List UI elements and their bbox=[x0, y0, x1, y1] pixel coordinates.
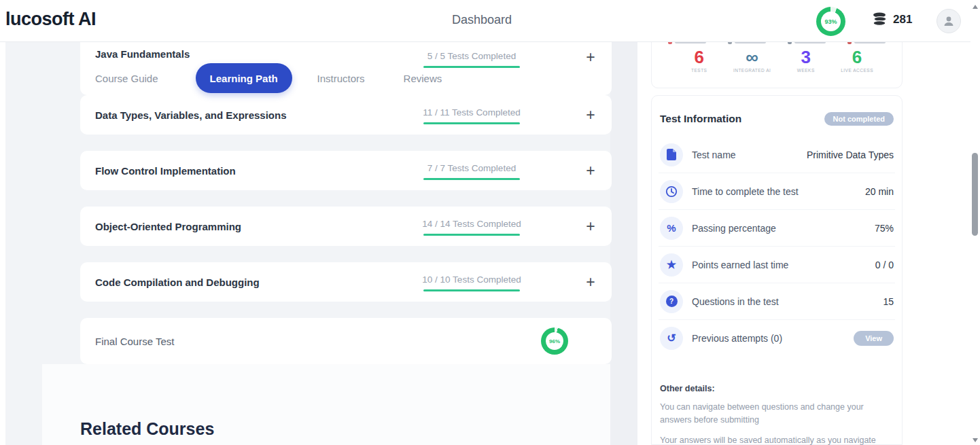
star-icon: ★ bbox=[660, 253, 683, 277]
other-details-line: You can navigate between questions and c… bbox=[660, 401, 884, 427]
coins-counter[interactable]: 281 bbox=[872, 12, 912, 26]
other-details-heading: Other details: bbox=[660, 384, 894, 393]
progress-underline bbox=[423, 234, 520, 236]
tab-instructors[interactable]: Instructors bbox=[317, 73, 365, 84]
test-info-row-name: Test name Primitive Data Types bbox=[659, 137, 895, 173]
module-title: Flow Control Implementation bbox=[95, 165, 236, 177]
final-course-test-card[interactable]: Final Course Test 96% bbox=[80, 318, 612, 364]
scrollbar-thumb[interactable] bbox=[972, 153, 978, 236]
coins-icon bbox=[872, 12, 888, 26]
course-stats: 6 TESTS ∞ INTEGRATED AI 3 WEEKS 6 LIVE A… bbox=[691, 48, 873, 73]
tab-reviews[interactable]: Reviews bbox=[404, 73, 442, 84]
module-title: Object-Oriented Programming bbox=[95, 221, 241, 232]
related-courses-heading: Related Courses bbox=[80, 419, 214, 439]
progress-underline bbox=[423, 289, 520, 291]
final-test-title: Final Course Test bbox=[95, 336, 174, 347]
test-information-heading: Test Information bbox=[660, 113, 741, 125]
module-card-flow-control: Flow Control Implementation 7 / 7 Tests … bbox=[80, 151, 612, 190]
test-information-card: Test Information Not completed Test name… bbox=[651, 95, 903, 445]
module-status: 14 / 14 Tests Completed bbox=[393, 217, 550, 236]
document-icon bbox=[660, 143, 683, 166]
module-card-oop: Object-Oriented Programming 14 / 14 Test… bbox=[80, 207, 612, 246]
app-header: lucosoft AI Dashboard 93% 281 bbox=[0, 0, 980, 42]
expand-module-button[interactable]: + bbox=[582, 106, 599, 124]
module-status: 11 / 11 Tests Completed bbox=[393, 106, 550, 124]
page-title: Dashboard bbox=[452, 13, 512, 27]
panel-gap bbox=[610, 42, 637, 445]
stat-tests: 6 TESTS bbox=[691, 48, 707, 73]
course-tabs: Course Guide Learning Path Instructors R… bbox=[80, 63, 612, 93]
vertical-scrollbar[interactable] bbox=[970, 0, 980, 445]
module-title: Code Compilation and Debugging bbox=[95, 277, 260, 288]
final-test-score-ring: 96% bbox=[541, 327, 568, 355]
expand-module-button[interactable]: + bbox=[582, 273, 599, 291]
expand-module-button[interactable]: + bbox=[582, 162, 599, 179]
module-card-data-types: Data Types, Variables, and Expressions 1… bbox=[80, 95, 612, 135]
scroll-down-arrow-icon[interactable] bbox=[973, 438, 978, 442]
history-icon: ↺ bbox=[660, 327, 683, 350]
tab-learning-path[interactable]: Learning Path bbox=[196, 63, 292, 93]
test-info-row-time: Time to complete the test 20 min bbox=[659, 173, 895, 210]
tab-course-guide[interactable]: Course Guide bbox=[95, 73, 158, 84]
module-card-code-compilation: Code Compilation and Debugging 10 / 10 T… bbox=[80, 262, 612, 302]
other-details-line: Your answers will be saved automatically… bbox=[660, 434, 884, 445]
test-info-row-points: ★ Points earned last time 0 / 0 bbox=[659, 247, 895, 283]
question-icon: ? bbox=[660, 290, 683, 313]
test-info-row-passing: % Passing percentage 75% bbox=[659, 210, 895, 247]
progress-underline bbox=[423, 122, 520, 124]
progress-underline bbox=[423, 178, 520, 180]
user-avatar[interactable] bbox=[937, 9, 961, 33]
stat-weeks: 3 WEEKS bbox=[797, 48, 815, 73]
expand-module-button[interactable]: + bbox=[582, 217, 599, 235]
module-title: Data Types, Variables, and Expressions bbox=[95, 109, 287, 121]
person-icon bbox=[943, 15, 955, 27]
other-details-section: Other details: You can navigate between … bbox=[659, 384, 895, 445]
test-info-row-attempts: ↺ Previous attempts (0) View bbox=[659, 320, 895, 357]
module-status: 10 / 10 Tests Completed bbox=[393, 273, 550, 291]
stat-integrated-ai: ∞ INTEGRATED AI bbox=[733, 48, 771, 73]
stat-live-access: 6 LIVE ACCESS bbox=[841, 48, 873, 73]
overall-progress-ring: 93% bbox=[816, 7, 845, 36]
clock-icon bbox=[660, 180, 683, 203]
module-status: 7 / 7 Tests Completed bbox=[393, 162, 550, 180]
view-attempts-button[interactable]: View bbox=[854, 331, 894, 346]
module-title: Java Fundamentals bbox=[95, 48, 190, 60]
scroll-up-arrow-icon[interactable] bbox=[973, 5, 978, 9]
status-badge: Not completed bbox=[824, 112, 894, 126]
percent-icon: % bbox=[660, 217, 683, 240]
app-logo[interactable]: lucosoft AI bbox=[5, 9, 96, 30]
test-info-row-questions: ? Questions in the test 15 bbox=[659, 283, 895, 320]
